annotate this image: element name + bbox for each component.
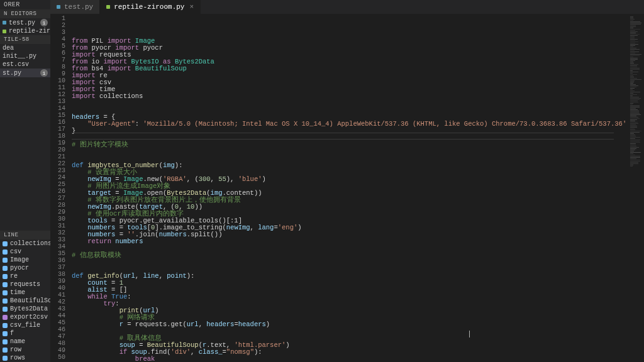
line-number: 25 [50, 181, 72, 188]
outline-symbol[interactable]: BeautifulSoup [0, 297, 50, 305]
code-line[interactable]: import re [72, 72, 629, 79]
code-line[interactable]: while True: [72, 293, 629, 300]
outline-symbol[interactable]: collections [0, 239, 50, 248]
code-line[interactable]: from bs4 import BeautifulSoup [72, 65, 629, 72]
folder-file-item[interactable]: est.csv [0, 60, 50, 69]
code-line[interactable]: return numbers [72, 238, 629, 245]
function-symbol-icon [3, 315, 8, 320]
code-line[interactable] [72, 107, 629, 114]
line-number: 35 [50, 250, 72, 257]
code-line[interactable] [72, 259, 629, 266]
outline-symbol[interactable]: name [0, 337, 50, 346]
outline-symbol[interactable]: Bytes2Data [0, 305, 50, 313]
editor-tab[interactable]: test.py [50, 0, 100, 14]
variable-symbol-icon [3, 258, 8, 263]
line-number: 43 [50, 305, 72, 312]
code-line[interactable] [72, 148, 629, 155]
symbol-name: rows [10, 354, 25, 361]
code-line[interactable]: import csv [72, 79, 629, 86]
variable-symbol-icon [3, 266, 8, 271]
code-line[interactable]: def imgbytes_to_number(img): [72, 162, 629, 169]
outline-symbol[interactable]: pyocr [0, 264, 50, 272]
variable-symbol-icon [3, 348, 8, 353]
line-number: 7 [50, 57, 72, 63]
code-line[interactable]: # 图片转文字模块 [72, 141, 629, 148]
outline-symbol[interactable]: time [0, 288, 50, 297]
code-line[interactable]: alist = [] [72, 287, 629, 293]
outline-symbol[interactable]: row [0, 346, 50, 354]
code-line[interactable]: count = 1 [72, 280, 629, 287]
file-name: reptile-ziroom ... [9, 28, 50, 35]
variable-symbol-icon [3, 339, 8, 344]
outline-symbol[interactable]: export2csv [0, 313, 50, 321]
editor[interactable]: 1234567891011121314151617181920212223242… [50, 14, 644, 362]
outline-symbol[interactable]: csv_file [0, 321, 50, 329]
code-line[interactable] [72, 134, 629, 141]
code-line[interactable]: "User-Agent": 'Mozilla/5.0 (Macintosh; I… [72, 121, 629, 128]
code-line[interactable] [72, 245, 629, 252]
line-number: 18 [50, 133, 72, 140]
code-line[interactable]: import collections [72, 93, 629, 100]
code-line[interactable]: def get_info(url, line, point): [72, 273, 629, 280]
variable-symbol-icon [3, 250, 8, 255]
outline-symbol[interactable]: rows [0, 354, 50, 362]
line-number: 15 [50, 112, 72, 119]
open-editors-header[interactable]: N EDITORS [0, 9, 50, 18]
symbol-name: export2csv [10, 314, 48, 321]
open-editor-item[interactable]: test.py1 [0, 18, 50, 27]
editor-tab[interactable]: reptile-ziroom.py× [100, 0, 201, 14]
code-line[interactable]: numbers = ''.join(numbers.split()) [72, 231, 629, 238]
minimap[interactable] [629, 14, 644, 362]
symbol-name: requests [10, 281, 40, 288]
symbol-name: name [10, 338, 25, 345]
symbol-name: collections [10, 240, 50, 247]
folder-list: deainit__.pyest.csvst.py1 [0, 44, 50, 77]
line-number-gutter: 1234567891011121314151617181920212223242… [50, 14, 72, 362]
problems-badge: 1 [40, 19, 48, 26]
outline-list: collectionscsvImagepyocrrerequeststimeBe… [0, 239, 50, 362]
variable-symbol-icon [3, 299, 8, 304]
file-name: test.py [9, 19, 35, 26]
line-number: 27 [50, 195, 72, 202]
tab-label: reptile-ziroom.py [114, 3, 184, 11]
close-icon[interactable]: × [189, 3, 194, 11]
code-line[interactable] [72, 100, 629, 107]
line-number: 24 [50, 174, 72, 181]
python-file-icon [3, 21, 6, 25]
line-number: 12 [50, 91, 72, 98]
code-line[interactable]: # 信息获取模块 [72, 252, 629, 259]
variable-symbol-icon [3, 290, 8, 295]
code-line[interactable]: break [72, 356, 629, 362]
folder-file-item[interactable]: st.py1 [0, 69, 50, 77]
line-number: 23 [50, 167, 72, 174]
outline-header[interactable]: LINE [0, 231, 50, 239]
tabbar: test.pyreptile-ziroom.py× [50, 0, 644, 14]
outline-symbol[interactable]: re [0, 272, 50, 280]
code-line[interactable]: r = requests.get(url, headers=headers) [72, 321, 629, 328]
line-number: 4 [50, 36, 72, 43]
outline-symbol[interactable]: Image [0, 256, 50, 264]
secondary-cursor [469, 331, 470, 337]
folder-file-item[interactable]: dea [0, 44, 50, 52]
symbol-name: BeautifulSoup [10, 297, 50, 304]
code-line[interactable]: if soup.find('div', class_="nomsg"): [72, 349, 629, 356]
outline-symbol[interactable]: f [0, 329, 50, 337]
outline-symbol[interactable]: requests [0, 280, 50, 288]
line-number: 11 [50, 84, 72, 91]
open-editor-item[interactable]: reptile-ziroom ... [0, 27, 50, 35]
symbol-name: pyocr [10, 265, 29, 272]
python-file-icon [3, 30, 6, 33]
variable-symbol-icon [3, 307, 8, 312]
code-line[interactable]: from pyocr import pyocr [72, 45, 629, 52]
code-line[interactable]: print(url) [72, 307, 629, 314]
folder-file-item[interactable]: init__.py [0, 52, 50, 60]
line-number: 28 [50, 202, 72, 209]
code-area[interactable]: from PIL import Imagefrom pyocr import p… [72, 14, 629, 362]
folder-header[interactable]: TILE-58 [0, 35, 50, 44]
code-line[interactable]: import time [72, 86, 629, 93]
outline-symbol[interactable]: csv [0, 248, 50, 256]
code-line[interactable]: } [72, 128, 629, 134]
line-number: 46 [50, 326, 72, 333]
file-name: est.csv [3, 61, 29, 68]
line-number: 19 [50, 140, 72, 146]
